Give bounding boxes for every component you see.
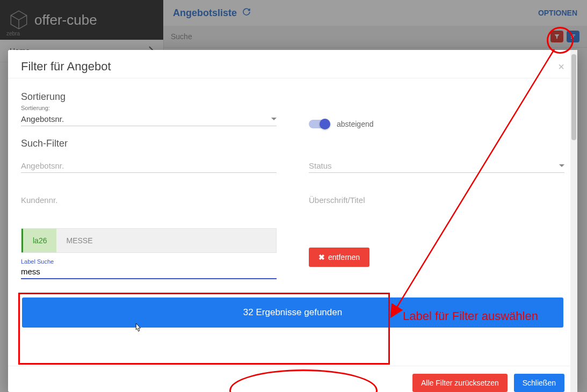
remove-label-button[interactable]: ✖ entfernen: [309, 248, 369, 267]
status-select[interactable]: Status: [309, 159, 564, 173]
sort-label: Sortierung:: [21, 105, 277, 111]
descending-label: absteigend: [337, 120, 374, 128]
offer-no-field[interactable]: Angebotsnr.: [21, 159, 277, 173]
sort-select[interactable]: Angebotsnr.: [21, 112, 277, 126]
caret-down-icon: [559, 164, 564, 167]
label-search-label: Label Suche: [21, 258, 277, 265]
annotation-rect-labels: [18, 293, 390, 365]
title-field[interactable]: Überschrift/Titel: [309, 193, 564, 207]
close-icon[interactable]: ×: [558, 61, 564, 73]
label-option[interactable]: MESSE: [56, 229, 102, 252]
label-suggestions: la26 MESSE: [21, 228, 277, 253]
sort-value: Angebotsnr.: [21, 114, 64, 124]
reset-filters-button[interactable]: Alle Filter zurücksetzen: [412, 374, 508, 392]
annotation-circle-filter: [547, 27, 574, 54]
label-option-active[interactable]: la26: [21, 229, 56, 252]
section-filter-heading: Such-Filter: [21, 138, 564, 149]
pointer-cursor-icon: [133, 322, 143, 336]
x-icon: ✖: [318, 253, 325, 262]
descending-toggle[interactable]: [309, 120, 329, 128]
caret-down-icon: [271, 118, 277, 120]
label-search-input[interactable]: [21, 265, 277, 279]
close-button[interactable]: Schließen: [514, 374, 564, 392]
section-sort-heading: Sortierung: [21, 91, 564, 103]
modal-title: Filter für Angebot: [21, 60, 111, 74]
customer-no-field[interactable]: Kundennr.: [21, 193, 277, 207]
